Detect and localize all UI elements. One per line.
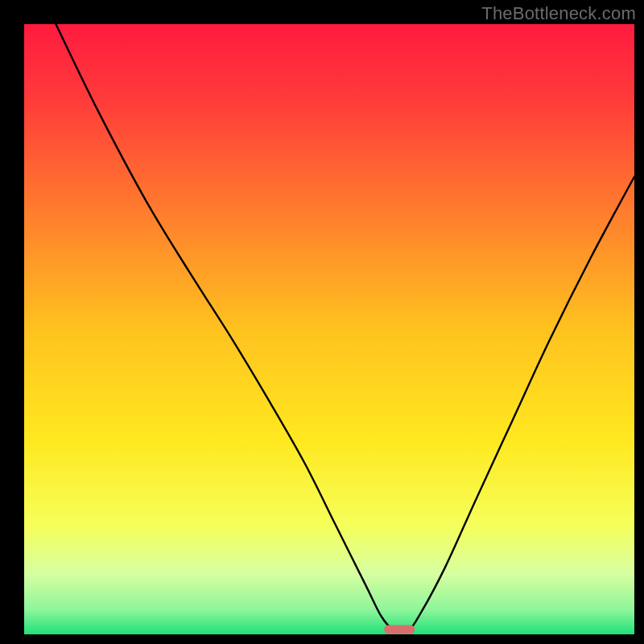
optimal-zone-marker (384, 625, 415, 634)
chart-frame: TheBottleneck.com (0, 0, 644, 644)
chart-background-gradient (24, 24, 634, 634)
watermark-text: TheBottleneck.com (481, 3, 636, 24)
bottleneck-chart (0, 0, 644, 644)
